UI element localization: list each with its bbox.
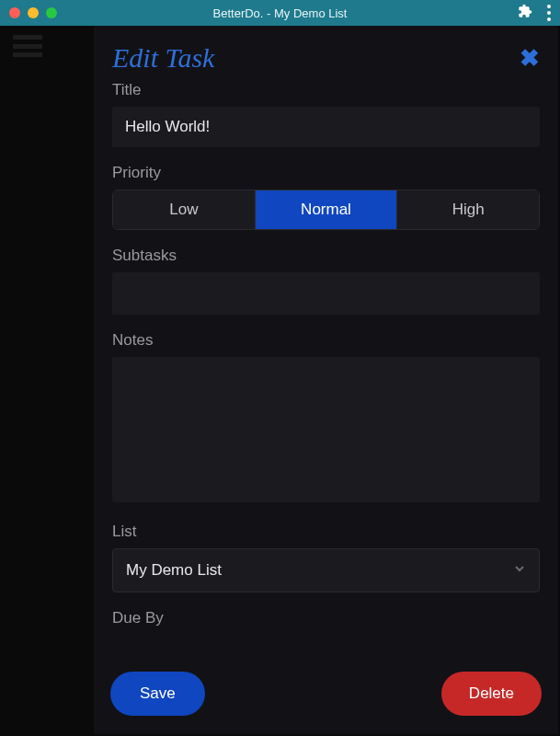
- delete-button[interactable]: Delete: [441, 672, 542, 716]
- priority-segmented-control: Low Normal High: [112, 190, 540, 230]
- list-select[interactable]: My Demo List: [112, 548, 540, 592]
- window-title: BetterDo. - My Demo List: [213, 6, 348, 20]
- title-input[interactable]: [112, 107, 540, 147]
- window-controls: [9, 7, 57, 18]
- priority-low-button[interactable]: Low: [113, 190, 256, 229]
- save-button[interactable]: Save: [110, 672, 205, 716]
- priority-normal-button[interactable]: Normal: [256, 190, 398, 229]
- subtasks-label: Subtasks: [112, 247, 540, 265]
- close-icon[interactable]: ✖: [520, 42, 540, 70]
- list-label: List: [112, 523, 540, 541]
- titlebar: BetterDo. - My Demo List: [0, 0, 560, 26]
- close-window-button[interactable]: [9, 7, 20, 18]
- edit-task-modal: Edit Task ✖ Title Priority Low Normal Hi…: [94, 26, 558, 734]
- minimize-window-button[interactable]: [28, 7, 39, 18]
- maximize-window-button[interactable]: [46, 7, 57, 18]
- priority-high-button[interactable]: High: [397, 190, 539, 229]
- subtasks-input[interactable]: [112, 272, 540, 315]
- priority-label: Priority: [112, 164, 540, 182]
- notes-textarea[interactable]: [112, 357, 540, 502]
- title-label: Title: [112, 81, 540, 99]
- hamburger-icon: [13, 35, 42, 57]
- modal-heading: Edit Task: [112, 42, 214, 74]
- extension-icon[interactable]: [518, 4, 532, 22]
- due-by-label: Due By: [112, 609, 540, 627]
- notes-label: Notes: [112, 331, 540, 350]
- menu-icon[interactable]: [547, 5, 551, 21]
